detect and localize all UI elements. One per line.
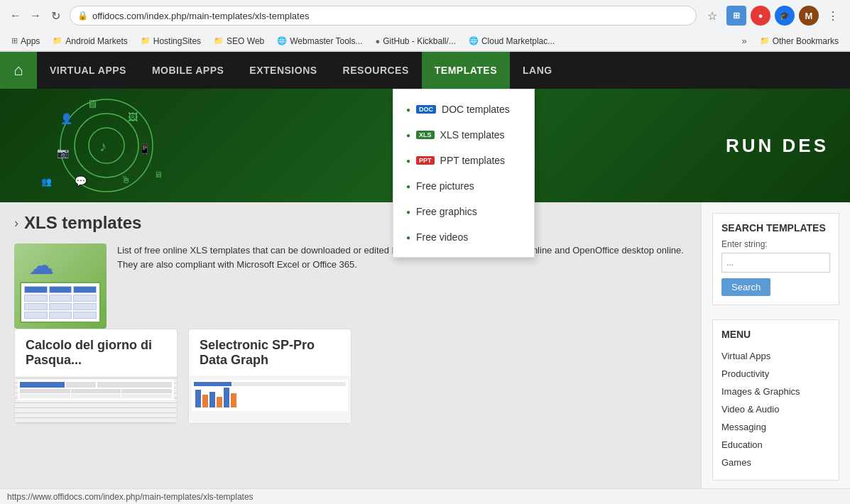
menu-item-games[interactable]: Games [721, 454, 830, 471]
bookmark-apps[interactable]: ⊞ Apps [7, 35, 44, 48]
extension-btn-2[interactable]: ● [751, 6, 770, 26]
xls-table-icon [20, 282, 101, 323]
dropdown-doc-templates[interactable]: ● DOC DOC templates [393, 97, 534, 122]
svg-text:🖼: 🖼 [128, 111, 138, 123]
dropdown-free-pictures-label: Free pictures [416, 180, 474, 192]
page-title: XLS templates [24, 213, 141, 233]
bullet-icon-1: ● [406, 106, 410, 114]
status-bar-url: https://www.offidocs.com/index.php/main-… [7, 492, 254, 502]
bookmark-hosting[interactable]: 📁 HostingSites [136, 35, 205, 48]
cloud-icon: ☁ [28, 251, 54, 280]
search-button[interactable]: Search [721, 278, 770, 296]
menu-item-virtual-apps[interactable]: Virtual Apps [721, 347, 830, 365]
bookmark-seo[interactable]: 📁 SEO Web [209, 35, 268, 48]
globe-icon-1: 🌐 [277, 36, 287, 45]
search-templates-box: SEARCH TEMPLATES Enter string: Search [712, 213, 839, 305]
doc-badge: DOC [416, 105, 436, 114]
template-thumb-img-1 [15, 377, 177, 423]
hero-svg-decoration: ♪ 🖥 🖼 📱 👤 📷 💬 🖱 👥 🖥 [18, 92, 195, 199]
home-icon: ⌂ [13, 61, 23, 80]
table-cell-6 [73, 295, 97, 302]
menu-item-messaging[interactable]: Messaging [721, 418, 830, 436]
refresh-button[interactable]: ↻ [47, 7, 64, 24]
site-wrapper: ⌂ VIRTUAL APPS MOBILE APPS EXTENSIONS RE… [0, 52, 850, 504]
template-card-2[interactable]: Selectronic SP-Pro Data Graph [188, 329, 352, 424]
nav-item-resources[interactable]: RESOURCES [330, 52, 422, 89]
profile-button[interactable]: M [799, 6, 819, 26]
github-icon: ● [376, 37, 381, 45]
svg-text:📷: 📷 [57, 147, 70, 159]
svg-text:🖱: 🖱 [121, 174, 131, 185]
menu-item-productivity[interactable]: Productivity [721, 365, 830, 383]
bookmark-cloud[interactable]: 🌐 Cloud Marketplac... [464, 35, 559, 48]
nav-item-templates[interactable]: TEMPLATES [422, 52, 510, 89]
dropdown-free-videos-label: Free videos [416, 231, 468, 243]
dropdown-ppt-templates[interactable]: ● PPT PPT templates [393, 148, 534, 173]
star-button[interactable]: ☆ [702, 6, 722, 26]
browser-toolbar: ← → ↻ 🔒 offidocs.com/index.php/main-temp… [0, 0, 850, 31]
table-cell-12 [73, 312, 97, 319]
svg-text:📱: 📱 [138, 143, 151, 155]
home-nav-button[interactable]: ⌂ [0, 52, 37, 89]
templates-grid: Calcolo del giorno di Pasqua... [14, 329, 687, 424]
svg-text:👥: 👥 [41, 176, 52, 187]
menu-item-video-audio[interactable]: Video & Audio [721, 400, 830, 418]
bookmark-webmaster-label: Webmaster Tools... [290, 36, 362, 46]
search-templates-title: SEARCH TEMPLATES [721, 222, 830, 234]
bullet-icon-4: ● [406, 182, 410, 190]
back-button[interactable]: ← [7, 7, 24, 24]
nav-item-extensions[interactable]: EXTENSIONS [236, 52, 329, 89]
bookmark-webmaster[interactable]: 🌐 Webmaster Tools... [273, 35, 366, 48]
search-input[interactable] [721, 253, 830, 273]
folder-icon-3: 📁 [214, 36, 224, 45]
bookmark-other[interactable]: 📁 Other Bookmarks [756, 35, 843, 48]
bookmark-other-label: Other Bookmarks [773, 36, 839, 46]
template-card-title-2: Selectronic SP-Pro Data Graph [189, 329, 351, 377]
menu-title: MENU [721, 329, 830, 340]
more-button[interactable]: ⋮ [823, 6, 843, 26]
template-card-title-1: Calcolo del giorno di Pasqua... [15, 329, 177, 377]
page-description: List of free online XLS templates that c… [14, 243, 687, 271]
menu-item-education[interactable]: Education [721, 436, 830, 454]
table-cell-3 [73, 286, 97, 293]
nav-label-templates: TEMPLATES [435, 65, 497, 76]
forward-button[interactable]: → [27, 7, 44, 24]
address-bar[interactable]: 🔒 offidocs.com/index.php/main-templates/… [70, 6, 697, 26]
bullet-icon-3: ● [406, 157, 410, 165]
template-card-1[interactable]: Calcolo del giorno di Pasqua... [14, 329, 178, 424]
chevron-right-icon: › [14, 216, 18, 231]
svg-text:🖥: 🖥 [154, 170, 163, 180]
table-cell-5 [49, 295, 72, 302]
bookmark-github[interactable]: ● GitHub - Kickball/... [371, 35, 460, 48]
bookmarks-more-button[interactable]: » [737, 34, 751, 48]
browser-nav-buttons: ← → ↻ [7, 7, 64, 24]
search-enter-label: Enter string: [721, 239, 830, 249]
status-bar: https://www.offidocs.com/index.php/main-… [0, 488, 850, 504]
hero-icons-area: ♪ 🖥 🖼 📱 👤 📷 💬 🖱 👥 🖥 [0, 89, 213, 202]
apps-icon: ⊞ [11, 36, 18, 45]
extension-btn-1[interactable]: ⊞ [726, 6, 746, 26]
bookmark-apps-label: Apps [21, 36, 40, 46]
nav-item-virtual-apps[interactable]: VIRTUAL APPS [37, 52, 139, 89]
bookmark-github-label: GitHub - Kickball/... [383, 36, 456, 46]
nav-item-lang[interactable]: LANG [510, 52, 565, 89]
template-card-thumb-1 [15, 377, 177, 423]
dropdown-free-videos[interactable]: ● Free videos [393, 224, 534, 250]
bookmark-android-label: Android Markets [65, 36, 127, 46]
dropdown-free-pictures[interactable]: ● Free pictures [393, 173, 534, 199]
bullet-icon-5: ● [406, 208, 410, 216]
ppt-badge: PPT [416, 156, 435, 165]
menu-item-images-graphics[interactable]: Images & Graphics [721, 383, 830, 400]
extension-btn-3[interactable]: 🎓 [775, 6, 795, 26]
lock-icon: 🔒 [77, 11, 88, 21]
svg-text:🖥: 🖥 [87, 98, 98, 110]
nav-item-mobile-apps[interactable]: MOBILE APPS [139, 52, 236, 89]
dropdown-xls-templates[interactable]: ● XLS XLS templates [393, 122, 534, 148]
site-navigation: ⌂ VIRTUAL APPS MOBILE APPS EXTENSIONS RE… [0, 52, 850, 89]
bookmark-seo-label: SEO Web [227, 36, 264, 46]
hero-run-desktop-text: RUN DES [726, 135, 829, 157]
bookmark-android-markets[interactable]: 📁 Android Markets [48, 35, 131, 48]
xls-badge: XLS [416, 131, 435, 139]
browser-actions: ☆ ⊞ ● 🎓 M ⋮ [702, 6, 843, 26]
dropdown-free-graphics[interactable]: ● Free graphics [393, 199, 534, 224]
